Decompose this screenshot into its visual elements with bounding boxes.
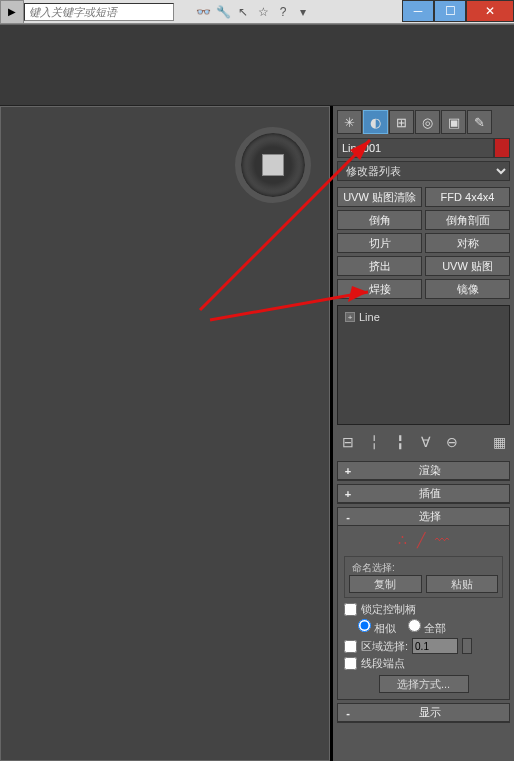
weld-button[interactable]: 焊接 [337,279,422,299]
viewport[interactable] [0,106,330,761]
stack-item-line[interactable]: + Line [341,309,506,325]
object-color-swatch[interactable] [494,138,510,158]
similar-radio[interactable] [358,619,371,632]
vertex-subobj-icon[interactable]: ∴ [398,532,407,548]
make-unique-icon[interactable]: ╏ [391,433,409,451]
extrude-button[interactable]: 挤出 [337,256,422,276]
select-method-button[interactable]: 选择方式... [379,675,469,693]
select-rollup: - 选择 ∴ ╱ 〰 命名选择: 复制 粘贴 [337,507,510,700]
stack-item-label: Line [359,311,380,323]
object-name-input[interactable] [337,138,494,158]
stack-toolbar: ⊟ ╎ ╏ ∀ ⊖ ▦ [337,431,510,453]
hierarchy-tab-icon[interactable]: ⊞ [389,110,414,134]
slice-button[interactable]: 切片 [337,233,422,253]
motion-tab-icon[interactable]: ◎ [415,110,440,134]
top-menu-bar: ▶ 👓 🔧 ↖ ☆ ? ▾ ─ ☐ ✕ [0,0,514,24]
wrench-icon[interactable]: 🔧 [214,3,232,21]
search-input[interactable] [24,3,174,21]
lock-handles-checkbox[interactable] [344,603,357,616]
modify-tab-icon[interactable]: ◐ [363,110,388,134]
command-panel: ✳ ◐ ⊞ ◎ ▣ ✎ 修改器列表 UVW 贴图清除 FFD 4x4x4 倒角 … [330,106,514,761]
segment-subobj-icon[interactable]: ╱ [417,532,425,548]
spinner-arrows[interactable] [462,638,472,654]
ffd-button[interactable]: FFD 4x4x4 [425,187,510,207]
viewcube[interactable] [235,127,311,203]
ribbon-bar [0,24,514,106]
help-icon[interactable]: ? [274,3,292,21]
display-rollup: - 显示 [337,703,510,723]
expand-icon: + [342,488,354,500]
collapse-icon: - [342,707,354,719]
display-tab-icon[interactable]: ▣ [441,110,466,134]
segment-end-checkbox[interactable] [344,657,357,670]
maximize-button[interactable]: ☐ [434,0,466,22]
modifier-stack[interactable]: + Line [337,305,510,425]
region-select-checkbox[interactable] [344,640,357,653]
named-sel-label: 命名选择: [349,561,398,575]
minimize-button[interactable]: ─ [402,0,434,22]
pin-stack-icon[interactable]: ⊟ [339,433,357,451]
uvw-clear-button[interactable]: UVW 贴图清除 [337,187,422,207]
interp-rollup: + 插值 [337,484,510,504]
chamfer-button[interactable]: 倒角 [337,210,422,230]
render-rollup: + 渲染 [337,461,510,481]
mirror-button[interactable]: 镜像 [425,279,510,299]
modifier-list-dropdown[interactable]: 修改器列表 [337,161,510,181]
close-button[interactable]: ✕ [466,0,514,22]
configure-sets-icon[interactable]: ⊖ [443,433,461,451]
render-rollup-header[interactable]: + 渲染 [338,462,509,480]
symmetry-button[interactable]: 对称 [425,233,510,253]
remove-modifier-icon[interactable]: ∀ [417,433,435,451]
collapse-icon: - [342,511,354,523]
create-tab-icon[interactable]: ✳ [337,110,362,134]
interp-rollup-header[interactable]: + 插值 [338,485,509,503]
arrow-icon[interactable]: ↖ [234,3,252,21]
expand-icon: + [342,465,354,477]
play-icon[interactable]: ▶ [0,0,24,24]
all-radio[interactable] [408,619,421,632]
display-rollup-header[interactable]: - 显示 [338,704,509,722]
select-rollup-header[interactable]: - 选择 [338,508,509,526]
chamfer-profile-button[interactable]: 倒角剖面 [425,210,510,230]
uvw-map-button[interactable]: UVW 贴图 [425,256,510,276]
spline-subobj-icon[interactable]: 〰 [435,532,449,548]
utilities-tab-icon[interactable]: ✎ [467,110,492,134]
star-icon[interactable]: ☆ [254,3,272,21]
panel-tabs: ✳ ◐ ⊞ ◎ ▣ ✎ [337,110,510,134]
binoculars-icon[interactable]: 👓 [194,3,212,21]
show-result-icon[interactable]: ╎ [365,433,383,451]
expand-icon[interactable]: + [345,312,355,322]
region-value-spinner[interactable] [412,638,458,654]
stack-options-icon[interactable]: ▦ [490,433,508,451]
paste-button[interactable]: 粘贴 [426,575,499,593]
dropdown-icon[interactable]: ▾ [294,3,312,21]
copy-button[interactable]: 复制 [349,575,422,593]
